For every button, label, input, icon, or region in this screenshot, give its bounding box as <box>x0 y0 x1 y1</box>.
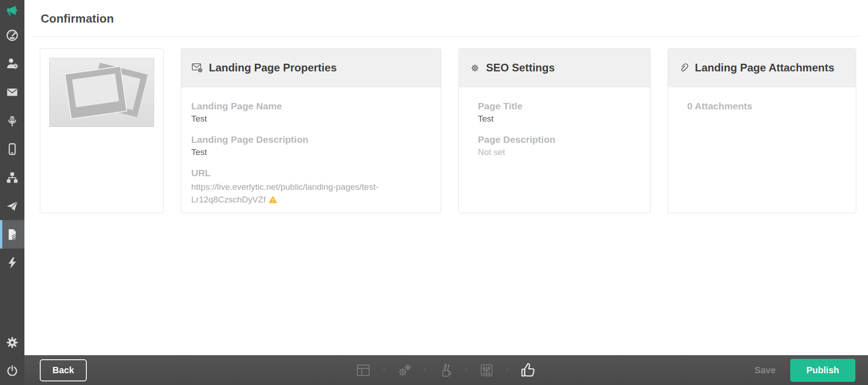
step-design[interactable] <box>437 362 454 379</box>
seo-card-body: Page Title Test Page Description Not set <box>459 87 650 157</box>
thumbnail-card <box>40 48 164 213</box>
sidebar-item-logout[interactable] <box>0 357 24 385</box>
sidebar-item-logo[interactable] <box>0 0 24 21</box>
chevron-right-icon <box>379 363 388 377</box>
properties-card-header: Landing Page Properties <box>181 49 441 87</box>
sidebar-item-landing-pages[interactable] <box>0 220 24 249</box>
page-title: Confirmation <box>24 0 868 26</box>
sidebar-item-workflows[interactable] <box>0 163 24 192</box>
landing-page-attachments-card: Landing Page Attachments 0 Attachments <box>668 48 856 213</box>
sidebar-item-settings[interactable] <box>0 328 24 357</box>
warning-icon <box>269 196 277 203</box>
back-button[interactable]: Back <box>40 359 87 381</box>
seo-card-header: SEO Settings <box>459 49 650 87</box>
chevron-right-icon <box>420 363 429 377</box>
thumbnail-placeholder <box>49 58 154 127</box>
paperclip-icon <box>678 62 690 74</box>
photo-frames-icon <box>50 58 154 127</box>
sidebar-item-email[interactable] <box>0 78 24 106</box>
attachments-card-header: Landing Page Attachments <box>668 49 856 87</box>
attachments-card-body: 0 Attachments <box>668 87 856 112</box>
landing-page-url[interactable]: https://live.everlytic.net/public/landin… <box>191 181 420 206</box>
confirmation-cards-row: Landing Page Properties Landing Page Nam… <box>24 37 868 213</box>
sidebar-item-dashboard[interactable] <box>0 21 24 49</box>
step-confirmation[interactable] <box>519 361 538 379</box>
layout-icon <box>355 362 372 379</box>
user-gear-icon <box>5 57 19 70</box>
sliders-icon <box>478 362 495 379</box>
sidebar-item-contacts[interactable] <box>0 49 24 78</box>
sidebar-spacer <box>0 277 24 328</box>
sidebar-item-voice[interactable] <box>0 106 24 135</box>
field-value: Test <box>191 114 431 124</box>
paper-plane-icon <box>5 199 19 213</box>
field-value: Not set <box>478 147 640 157</box>
seo-settings-card: SEO Settings Page Title Test Page Descri… <box>458 48 651 213</box>
design-tools-icon <box>437 362 454 379</box>
seo-card-title: SEO Settings <box>486 61 555 74</box>
lightning-bolt-icon <box>5 256 19 270</box>
attachments-count: 0 Attachments <box>687 101 846 112</box>
field-value: Test <box>478 114 640 124</box>
landing-page-properties-card: Landing Page Properties Landing Page Nam… <box>181 48 441 213</box>
document-badge-icon <box>5 228 19 241</box>
sidebar-item-transactional[interactable] <box>0 192 24 220</box>
step-setup[interactable] <box>396 362 413 379</box>
sidebar <box>0 0 24 385</box>
gear-outline-icon <box>469 62 481 74</box>
save-button[interactable]: Save <box>755 365 776 376</box>
gear-icon <box>5 336 19 349</box>
chevron-right-icon <box>462 363 471 377</box>
field-label: URL <box>191 168 431 178</box>
envelope-gear-icon <box>191 62 204 74</box>
wizard-footer: Back <box>24 355 868 385</box>
properties-card-title: Landing Page Properties <box>209 61 337 74</box>
field-label: Landing Page Name <box>191 101 431 112</box>
field-label: Page Description <box>478 134 640 145</box>
field-label: Landing Page Description <box>191 134 431 145</box>
attachments-card-title: Landing Page Attachments <box>695 61 834 74</box>
publish-button[interactable]: Publish <box>790 359 855 382</box>
power-icon <box>5 364 19 378</box>
field-value: Test <box>191 147 431 157</box>
mobile-phone-icon <box>5 142 19 156</box>
wizard-steps <box>355 361 538 379</box>
envelope-icon <box>5 85 19 99</box>
speedometer-icon <box>5 28 19 42</box>
thumbs-up-icon <box>519 361 538 379</box>
field-label: Page Title <box>478 101 640 112</box>
properties-card-body: Landing Page Name Test Landing Page Desc… <box>181 87 441 206</box>
step-layout[interactable] <box>355 362 372 379</box>
gears-icon <box>396 362 413 379</box>
sidebar-item-automation[interactable] <box>0 249 24 277</box>
microphone-icon <box>5 114 19 127</box>
footer-actions: Save Publish <box>755 359 868 382</box>
chevron-right-icon <box>503 363 512 377</box>
sitemap-icon <box>5 171 19 184</box>
main-content: Confirmation <box>24 0 868 355</box>
step-options[interactable] <box>478 362 495 379</box>
sidebar-item-mobile[interactable] <box>0 135 24 163</box>
megaphone-icon <box>5 4 19 17</box>
